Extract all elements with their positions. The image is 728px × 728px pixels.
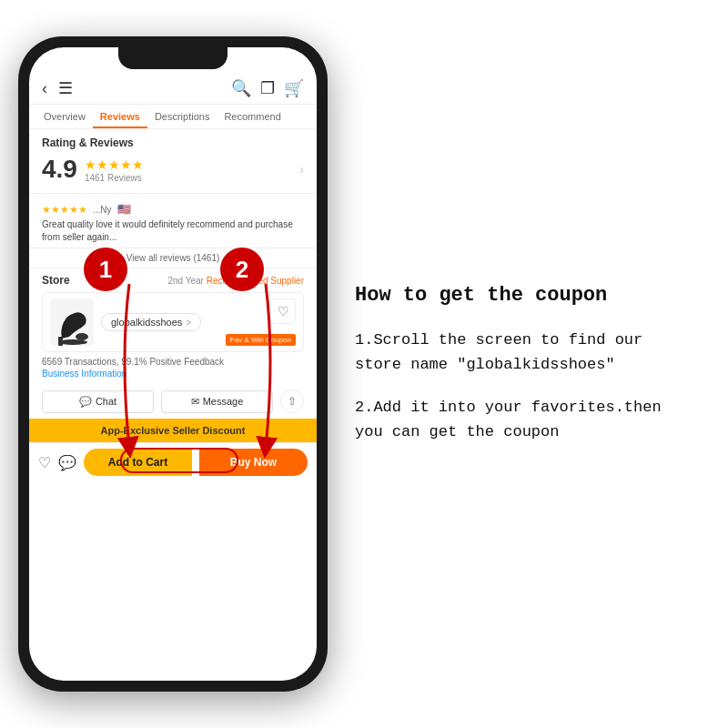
review-item: ★★★★★ ...Ny 🇺🇸 Great quality love it wou… bbox=[29, 199, 317, 248]
cart-icon[interactable]: 🛒 bbox=[284, 78, 304, 98]
instructions-step2: 2.Add it into your favorites.then you ca… bbox=[355, 395, 692, 444]
tab-descriptions[interactable]: Descriptions bbox=[147, 105, 217, 128]
chevron-right-icon[interactable]: › bbox=[299, 162, 304, 177]
wishlist-icon[interactable]: ♡ bbox=[38, 454, 51, 471]
rating-row: 4.9 ★★★★★ 1461 Reviews › bbox=[42, 155, 304, 184]
reviewer-row: ★★★★★ ...Ny 🇺🇸 bbox=[42, 203, 304, 216]
search-icon[interactable]: 🔍 bbox=[231, 78, 251, 98]
phone-notch bbox=[118, 47, 228, 69]
instructions-title: How to get the coupon bbox=[355, 283, 692, 309]
page-container: ‹ ☰ 🔍 ❐ 🛒 Overview Reviews Descriptions … bbox=[0, 0, 728, 728]
phone-mockup: ‹ ☰ 🔍 ❐ 🛒 Overview Reviews Descriptions … bbox=[18, 36, 328, 692]
tab-reviews[interactable]: Reviews bbox=[93, 105, 147, 128]
stars: ★★★★★ bbox=[85, 157, 144, 172]
tab-recommend[interactable]: Recommend bbox=[217, 105, 288, 128]
arrow-2-svg bbox=[238, 284, 293, 466]
chat-icon: 💬 bbox=[79, 396, 92, 408]
back-icon[interactable]: ‹ bbox=[42, 79, 47, 98]
view-all-reviews[interactable]: View all reviews (1461) bbox=[29, 248, 317, 268]
reviewer-stars: ★★★★★ bbox=[42, 204, 87, 216]
store-chevron-icon: > bbox=[186, 318, 191, 328]
flag-icon: 🇺🇸 bbox=[117, 203, 131, 216]
phone-inner: ‹ ☰ 🔍 ❐ 🛒 Overview Reviews Descriptions … bbox=[29, 47, 317, 681]
rating-section: Rating & Reviews 4.9 ★★★★★ 1461 Reviews … bbox=[29, 129, 317, 187]
message-label: Message bbox=[203, 396, 244, 407]
reviewer-name: ...Ny bbox=[93, 205, 112, 215]
arrow-1-svg bbox=[102, 284, 157, 466]
shoe-svg bbox=[53, 302, 91, 346]
rating-number: 4.9 bbox=[42, 155, 77, 184]
instructions-panel: How to get the coupon 1.Scroll the scree… bbox=[328, 274, 710, 453]
review-text: Great quality love it would definitely r… bbox=[42, 218, 304, 244]
message-icon: ✉ bbox=[191, 396, 199, 408]
share-icon[interactable]: ❐ bbox=[260, 78, 275, 98]
instructions-step1: 1.Scroll the screen to find our store na… bbox=[355, 328, 692, 377]
section-title: Rating & Reviews bbox=[42, 136, 304, 149]
rating-stars-block: ★★★★★ 1461 Reviews bbox=[85, 157, 144, 183]
tab-bar: Overview Reviews Descriptions Recommend bbox=[29, 105, 317, 129]
nav-left: ‹ ☰ bbox=[42, 78, 73, 98]
nav-right: 🔍 ❐ 🛒 bbox=[231, 78, 304, 98]
divider-1 bbox=[29, 193, 317, 194]
tab-overview[interactable]: Overview bbox=[36, 105, 93, 128]
store-image bbox=[50, 298, 94, 346]
menu-icon[interactable]: ☰ bbox=[58, 78, 73, 98]
svg-point-2 bbox=[76, 333, 88, 340]
review-count: 1461 Reviews bbox=[85, 173, 144, 183]
chat-small-icon[interactable]: 💬 bbox=[58, 454, 76, 471]
nav-bar: ‹ ☰ 🔍 ❐ 🛒 bbox=[29, 73, 317, 105]
store-label: Store bbox=[42, 274, 70, 287]
